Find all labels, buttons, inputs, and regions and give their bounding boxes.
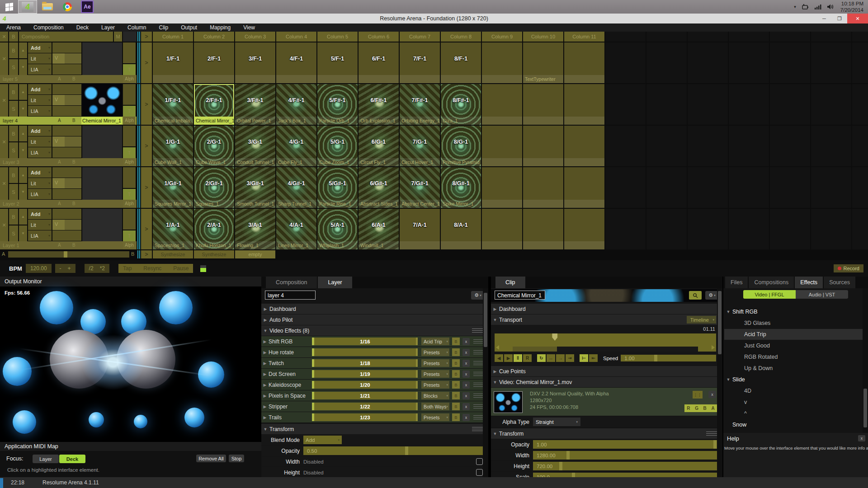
layer-name[interactable]: Layer 2ABAlph (0, 200, 137, 208)
clip-cell-6/F-1[interactable]: 6/F-1 (359, 42, 399, 83)
channel-a-toggle[interactable]: A (711, 406, 714, 411)
effect-row-trails[interactable]: ▶Trails1/23Presets▾Bx (261, 412, 488, 422)
taskbar-file-explorer-icon[interactable] (38, 0, 57, 14)
effect-preset-dropdown[interactable]: Presets▾ (421, 359, 449, 367)
alpha-type-dropdown[interactable]: Straight▾ (533, 418, 580, 426)
effect-remove-button[interactable]: x (462, 392, 470, 399)
set-out-button[interactable]: ⇤ (589, 354, 598, 362)
lit-dropdown[interactable]: Lit▾ (28, 220, 52, 230)
bpm-double-button[interactable]: *2 (100, 265, 105, 272)
effect-bypass-button[interactable]: B (452, 413, 460, 421)
effect-preset-acid-trip[interactable]: Acid Trip (724, 329, 863, 340)
focus-deck-button[interactable]: Deck (59, 455, 85, 463)
layer-panel-scrollbar[interactable] (483, 288, 488, 477)
column-header-2[interactable]: Column 2 (194, 32, 234, 42)
menu-column[interactable]: Column (121, 24, 152, 31)
layer-solo-button[interactable]: S (9, 59, 18, 75)
layer-up-icon[interactable]: ▲ (19, 84, 27, 100)
effect-preset-dropdown[interactable]: Presets▾ (421, 370, 449, 378)
effect-remove-button[interactable]: x (462, 381, 470, 389)
layer-name-input[interactable]: layer 4 (265, 291, 316, 300)
effect-opacity-slider[interactable]: 1/23 (312, 413, 418, 421)
loop-button[interactable]: ↻ (537, 354, 546, 362)
section-transform[interactable]: ▼Transform (261, 424, 488, 434)
clip-cell-1/G-1[interactable]: 1/G-1Cube Wall_1 (153, 126, 193, 166)
rgba-channel-toggles[interactable]: RGBA (684, 404, 717, 412)
clip-cell-empty[interactable] (523, 84, 563, 125)
clip-cell-2/F#-1[interactable]: 2/F#-1Chemical Mirror_1 (194, 84, 234, 125)
clip-cell-2/G#-1[interactable]: 2/G#-1Squares_1 (194, 167, 234, 208)
composition-bypass-button[interactable]: B (9, 32, 18, 42)
layer-up-icon[interactable]: ▲ (19, 126, 27, 141)
alpha-blend-label[interactable]: Alph (123, 241, 136, 249)
clip-cell-4/A-1[interactable]: 4/A-1Lines Mirror_1 (276, 209, 316, 249)
clip-cell-8/F#-1[interactable]: 8/F#-1Giza_1 (441, 84, 481, 125)
clip-cell-3/F#-1[interactable]: 3/F#-1Orbital Power_1 (235, 84, 275, 125)
stop-button[interactable]: Stop (229, 455, 244, 462)
layer-trigger[interactable]: > (141, 126, 152, 166)
clip-cell-8/G#-1[interactable]: 8/G#-1Spike Mirror_1 (441, 167, 481, 208)
section-clip-dashboard[interactable]: ▶Dashboard (491, 304, 722, 314)
resync-button[interactable]: Resync (143, 265, 161, 272)
effect-preset-dropdown[interactable]: Both Ways▾ (421, 403, 449, 410)
taskbar-chrome-icon[interactable] (58, 0, 77, 14)
effect-opacity-slider[interactable]: 1/16 (312, 338, 418, 345)
section-video[interactable]: ▼Video: Chemical Mirror_1.mov (491, 377, 722, 387)
section-auto-pilot[interactable]: ▶Auto Pilot (261, 314, 488, 325)
play-to-end-button[interactable]: ⇥ (566, 354, 574, 362)
remove-all-button[interactable]: Remove All (196, 455, 226, 462)
effect-opacity-slider[interactable]: 1/20 (312, 381, 418, 389)
layer-clear-icon[interactable]: ✕ (0, 167, 8, 200)
effect-preset-v[interactable]: v (724, 397, 863, 408)
drag-handle-icon[interactable] (473, 383, 483, 387)
drag-handle-icon[interactable] (473, 350, 483, 354)
effect-remove-button[interactable]: x (462, 403, 470, 410)
play-forward-button[interactable]: → (556, 354, 565, 362)
effect-preset-dropdown[interactable]: Acid Trip▾ (421, 338, 449, 345)
height-checkbox[interactable] (476, 469, 483, 476)
transition-t-button[interactable]: T (123, 106, 136, 117)
lit-dropdown[interactable]: Lit▾ (28, 53, 52, 64)
layer-down-icon[interactable]: ▼ (19, 225, 27, 241)
effect-opacity-slider[interactable] (312, 348, 418, 356)
clip-cell-2/G-1[interactable]: 2/G-1Cube Wave_1 (194, 126, 234, 166)
layer-solo-button[interactable]: S (9, 225, 18, 241)
clip-cell-empty[interactable] (482, 42, 522, 83)
search-button[interactable] (689, 291, 702, 300)
lia-dropdown[interactable]: LIA▾ (28, 106, 52, 116)
layer-clear-icon[interactable]: ✕ (0, 126, 8, 158)
speed-slider[interactable]: 1.00 (621, 355, 716, 361)
effect-row-pixels-in-space[interactable]: ▶Pixels in Space1/21Blocks▾Bx (261, 390, 488, 401)
transport-mode-dropdown[interactable]: Timeline (687, 316, 716, 324)
effect-bypass-button[interactable]: B (452, 348, 460, 356)
hidden-icons-chevron-icon[interactable]: ▾ (794, 5, 796, 9)
taskbar-resolume-icon[interactable]: 4 (18, 0, 37, 14)
effect-remove-button[interactable]: x (462, 414, 470, 421)
layer-bypass-button[interactable]: B (9, 167, 18, 183)
set-in-button[interactable]: ⊢ (580, 354, 588, 362)
focus-layer-button[interactable]: Layer (33, 455, 59, 463)
effect-row-shift-rgb[interactable]: ▶Shift RGB1/16Acid Trip▾Bx (261, 336, 488, 347)
clip-cell-5/G#-1[interactable]: 5/G#-1Particle Rise_1 (317, 167, 358, 208)
minimize-button[interactable]: ─ (816, 14, 832, 23)
clip-cell-4/F#-1[interactable]: 4/F#-1Jack's Box_1 (276, 84, 316, 125)
alpha-blend-label[interactable]: Alph (123, 117, 136, 125)
menu-clip[interactable]: Clip (152, 24, 175, 31)
clip-panel-scrollbar[interactable] (717, 288, 722, 477)
layer-name[interactable]: layer 5ABAlph (0, 75, 137, 83)
effect-preset-4d[interactable]: 4D (724, 385, 863, 396)
clip-scale-slider[interactable]: 100.0 (533, 473, 719, 477)
blend-mode-dropdown[interactable]: Add▾ (303, 436, 342, 444)
layer-bypass-button[interactable]: B (9, 126, 18, 141)
effect-preset-dropdown[interactable]: Presets▾ (421, 348, 449, 356)
lit-dropdown[interactable]: Lit▾ (28, 95, 52, 105)
menu-mapping[interactable]: Mapping (203, 24, 237, 31)
section-video-effects[interactable]: ▼Video Effects (8) (261, 325, 488, 336)
crossfader-handle[interactable] (64, 251, 67, 258)
browser-tab-files[interactable]: Files (725, 277, 748, 288)
clip-cell-empty[interactable] (523, 126, 563, 166)
blend-mode-dropdown[interactable]: Add▾ (28, 84, 52, 94)
clip-width-slider[interactable]: 1280.00 (533, 451, 719, 460)
section-dashboard[interactable]: ▶Dashboard (261, 304, 488, 314)
v-slider[interactable]: V (52, 178, 81, 188)
